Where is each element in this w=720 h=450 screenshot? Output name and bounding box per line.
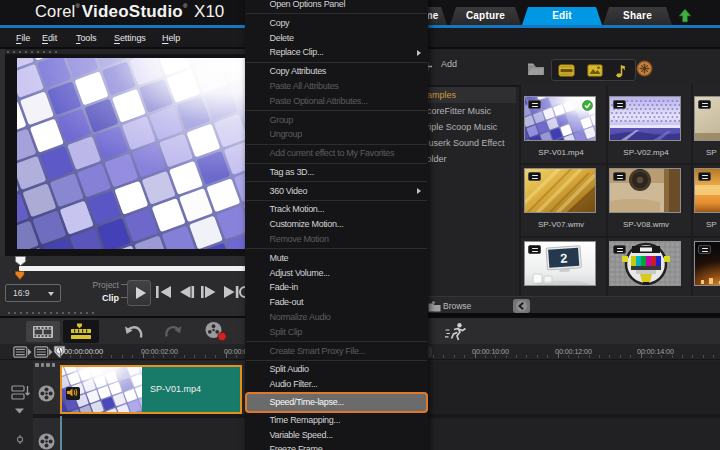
menu-item-open-options-panel[interactable]: Open Options Panel [245,0,428,12]
tab-capture[interactable]: Capture [450,7,521,25]
music-filter-icon[interactable] [615,64,627,78]
menu-item-split-audio[interactable]: Split Audio [245,362,428,377]
swap-tracks-icon[interactable] [11,385,32,400]
ruler-tick [443,355,444,358]
link-tracks-icon[interactable] [15,434,25,445]
overlay-track[interactable] [420,418,720,450]
ruler-tick [620,355,621,358]
media-thumbnail[interactable] [524,96,596,141]
video-track[interactable] [420,361,720,414]
menu-item-delete[interactable]: Delete [245,31,428,46]
panel-grip[interactable] [7,51,57,53]
media-item[interactable]: SP [694,168,720,230]
timeline-view-button[interactable] [63,320,99,343]
menubar-item-help[interactable]: Help [162,31,180,45]
timeline-clip[interactable]: SP-V01.mp4 [60,365,242,414]
menu-item-fade-in[interactable]: Fade-in [245,280,428,295]
menu-item-split-clip: Split Clip [245,325,428,340]
insert-track-icon[interactable] [34,346,53,358]
video-track-header[interactable] [33,361,60,414]
media-item[interactable]: SP-V07.wmv [524,168,598,230]
play-button[interactable] [127,280,151,306]
menu-item-group: Group [245,113,428,128]
submenu-arrow-icon [417,188,421,194]
menu-item-tag-as-3d[interactable]: Tag as 3D... [245,165,428,180]
overlay-track-header[interactable] [33,418,60,450]
media-item[interactable]: SP-V02.mp4 [609,96,683,158]
ruler-tick [70,355,71,358]
media-thumbnail[interactable] [609,168,681,213]
menu-item-time-remapping[interactable]: Time Remapping... [245,413,428,428]
storyboard-view-button[interactable] [26,321,60,342]
menu-item-adjust-volume[interactable]: Adjust Volume... [245,266,428,281]
menubar-item-settings[interactable]: Settings [114,31,146,45]
media-item[interactable]: SP-V08.wmv [609,168,683,230]
media-item[interactable] [609,241,683,286]
folder-icon[interactable] [527,61,545,77]
media-thumbnail[interactable] [609,241,681,286]
video-filter-icon[interactable] [558,64,575,77]
trim-marker[interactable] [15,256,26,266]
tab-share[interactable]: Share [603,7,672,25]
media-item[interactable]: 2 [524,241,598,286]
update-notification-icon[interactable] [677,8,693,24]
menu-item-remove-motion: Remove Motion [245,232,428,247]
browse-button[interactable]: Browse [443,301,471,311]
menubar-item-file[interactable]: File [16,31,30,45]
media-item[interactable] [694,241,720,286]
playhead-marker[interactable] [15,271,25,280]
menu-item-track-motion[interactable]: Track Motion... [245,202,428,217]
library-folder-4[interactable]: Muserk Sound Effect [420,135,516,151]
media-thumbnail[interactable] [694,168,720,213]
undo-button[interactable] [124,323,145,340]
redo-button[interactable] [164,323,183,339]
menu-item-copy-attributes[interactable]: Copy Attributes [245,64,428,79]
media-thumbnail[interactable] [694,96,720,141]
menu-item-fade-out[interactable]: Fade-out [245,295,428,310]
ruler-tick [153,355,154,358]
menu-item-copy[interactable]: Copy [245,16,428,31]
menubar-item-edit[interactable]: Edit [42,31,57,45]
panel-grip[interactable] [8,312,94,314]
previous-frame-button[interactable] [178,285,195,300]
media-item[interactable]: SP-V01.mp4 [524,96,598,158]
next-frame-button[interactable] [200,285,217,300]
aspect-ratio-select[interactable]: 16:9 [5,284,61,302]
menu-item-customize-motion[interactable]: Customize Motion... [245,217,428,232]
track-mini-toolbar[interactable] [35,362,58,368]
menu-item-mute[interactable]: Mute [245,251,428,266]
media-item[interactable]: SP [694,96,720,158]
library-folder-3[interactable]: Triple Scoop Music [420,119,516,135]
media-thumbnail[interactable]: 2 [524,241,596,286]
menu-item-paste-all-attributes: Paste All Attributes [245,79,428,94]
media-thumbnail[interactable] [694,241,720,286]
menu-item-speed-time-lapse[interactable]: Speed/Time-lapse... [245,392,428,413]
menu-item-audio-filter[interactable]: Audio Filter... [245,377,428,392]
photo-filter-icon[interactable] [587,64,603,77]
add-button[interactable]: Add [441,59,457,69]
collapse-panel-button[interactable] [513,299,530,313]
library-folder-1[interactable]: Samples [420,87,516,103]
tab-edit[interactable]: Edit [522,7,602,25]
library-folder-2[interactable]: ScoreFitter Music [420,103,516,119]
library-folder-5[interactable]: Folder [420,151,516,167]
ruler-timestamp: 00:00:12:00 [555,347,592,356]
menu-item-replace-clip[interactable]: Replace Clip... [245,45,428,60]
menubar-item-tools[interactable]: Tools [76,31,97,45]
insert-track-icon[interactable] [13,346,32,358]
menu-item-variable-speed[interactable]: Variable Speed... [245,428,428,443]
divider [521,236,720,238]
menu-item-360-video[interactable]: 360 Video [245,184,428,199]
menu-item-freeze-frame[interactable]: Freeze Frame... [245,442,428,450]
media-thumbnail[interactable] [524,168,596,213]
clip-mode-label[interactable]: Clip [74,293,119,303]
ruler-tick [516,355,517,358]
project-mode-label[interactable]: Project [74,280,119,290]
motion-tracking-button[interactable] [444,322,467,341]
media-thumbnail[interactable] [609,96,681,141]
ruler-tick [506,355,507,358]
go-start-button[interactable] [155,285,172,300]
chevron-down-icon[interactable] [14,407,25,415]
record-capture-button[interactable] [203,321,228,341]
transitions-wheel-icon[interactable] [636,60,653,77]
